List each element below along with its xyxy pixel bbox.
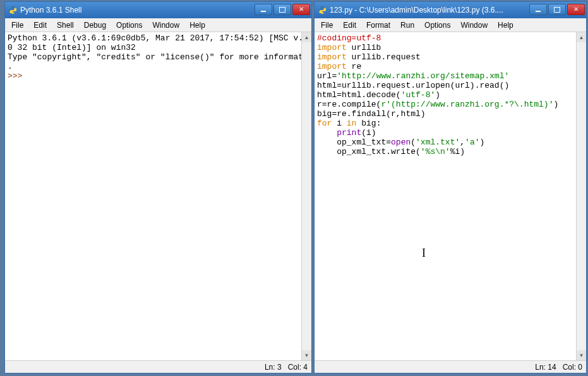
- code-line: >>>: [8, 71, 299, 81]
- python-editor-window: 123.py - C:\Users\admin\Desktop\link\123…: [314, 1, 587, 373]
- editor-status-ln: Ln: 14: [535, 363, 556, 372]
- code-line: op_xml_txt=open('xml.txt','a'): [317, 138, 573, 147]
- editor-status-col: Col: 0: [563, 363, 582, 372]
- scrollbar-up-arrow-icon[interactable]: ▲: [302, 32, 311, 42]
- code-line: Type "copyright", "credits" or "license(…: [8, 52, 299, 62]
- shell-titlebar[interactable]: Python 3.6.1 Shell: [5, 2, 311, 18]
- menu-shell[interactable]: Shell: [52, 20, 79, 31]
- editor-vscrollbar[interactable]: ▲ ▼: [576, 32, 586, 360]
- editor-maximize-button[interactable]: [548, 4, 566, 15]
- code-line: big=re.findall(r,html): [317, 109, 573, 119]
- code-line: import urllib.request: [317, 52, 573, 62]
- code-line: url='http://www.ranzhi.org/sitemap.xml': [317, 71, 573, 81]
- menu-run[interactable]: Run: [395, 20, 419, 31]
- menu-edit[interactable]: Edit: [28, 20, 52, 31]
- code-line: import urllib: [317, 43, 573, 52]
- code-line: html=html.decode('utf-8'): [317, 90, 573, 100]
- menu-help[interactable]: Help: [493, 20, 519, 31]
- shell-status-ln: Ln: 3: [265, 363, 282, 372]
- python-shell-window: Python 3.6.1 Shell FileEditShellDebugOpt…: [4, 1, 312, 373]
- editor-statusbar: Ln: 14 Col: 0: [315, 360, 586, 373]
- menu-help[interactable]: Help: [184, 20, 210, 31]
- shell-maximize-button[interactable]: [273, 4, 291, 15]
- editor-menubar: FileEditFormatRunOptionsWindowHelp: [315, 18, 586, 32]
- code-line: print(i): [317, 128, 573, 138]
- shell-vscrollbar[interactable]: ▲ ▼: [301, 32, 311, 360]
- menu-file[interactable]: File: [316, 20, 338, 31]
- code-line: import re: [317, 62, 573, 71]
- menu-file[interactable]: File: [6, 20, 28, 31]
- code-line: .: [8, 62, 299, 71]
- code-line: for i in big:: [317, 119, 573, 128]
- code-line: 0 32 bit (Intel)] on win32: [8, 43, 299, 52]
- code-line: html=urllib.request.urlopen(url).read(): [317, 81, 573, 90]
- code-line: Python 3.6.1 (v3.6.1:69c0db5, Mar 21 201…: [8, 33, 299, 43]
- menu-debug[interactable]: Debug: [79, 20, 111, 31]
- shell-status-col: Col: 4: [288, 363, 308, 372]
- shell-minimize-button[interactable]: [255, 4, 272, 15]
- python-icon: [317, 5, 327, 15]
- shell-title-text: Python 3.6.1 Shell: [20, 6, 253, 15]
- code-line: op_xml_txt.write('%s\n'%i): [317, 147, 573, 156]
- editor-close-button[interactable]: [567, 4, 585, 15]
- editor-title-text: 123.py - C:\Users\admin\Desktop\link\123…: [330, 6, 528, 15]
- menu-window[interactable]: Window: [147, 20, 184, 31]
- editor-minimize-button[interactable]: [529, 4, 547, 15]
- python-icon: [8, 5, 18, 15]
- menu-edit[interactable]: Edit: [338, 20, 361, 31]
- scrollbar-up-arrow-icon[interactable]: ▲: [577, 32, 586, 42]
- editor-text-area[interactable]: #coding=utf-8import urllibimport urllib.…: [315, 32, 576, 360]
- shell-statusbar: Ln: 3 Col: 4: [5, 360, 311, 373]
- shell-close-button[interactable]: [292, 4, 310, 15]
- shell-text-area[interactable]: Python 3.6.1 (v3.6.1:69c0db5, Mar 21 201…: [5, 32, 301, 360]
- menu-format[interactable]: Format: [361, 20, 395, 31]
- code-line: #coding=utf-8: [317, 33, 573, 43]
- scrollbar-down-arrow-icon[interactable]: ▼: [577, 350, 586, 360]
- menu-options[interactable]: Options: [419, 20, 455, 31]
- code-line: r=re.compile(r'(http://www.ranzhi.org.*?…: [317, 100, 573, 109]
- menu-options[interactable]: Options: [111, 20, 147, 31]
- scrollbar-down-arrow-icon[interactable]: ▼: [302, 350, 311, 360]
- menu-window[interactable]: Window: [455, 20, 493, 31]
- shell-menubar: FileEditShellDebugOptionsWindowHelp: [5, 18, 311, 32]
- editor-titlebar[interactable]: 123.py - C:\Users\admin\Desktop\link\123…: [315, 2, 586, 18]
